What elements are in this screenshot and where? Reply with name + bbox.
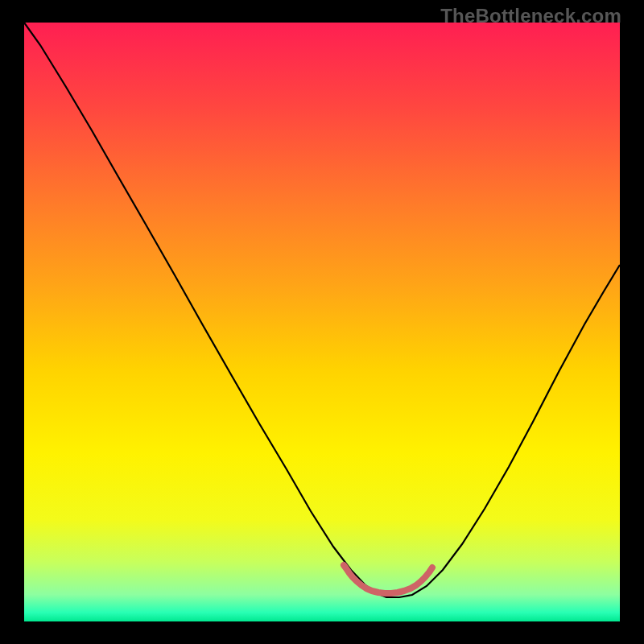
chart-canvas	[24, 23, 620, 621]
chart-background	[24, 23, 620, 621]
watermark-text: TheBottleneck.com	[440, 5, 621, 27]
chart-frame	[24, 23, 620, 621]
